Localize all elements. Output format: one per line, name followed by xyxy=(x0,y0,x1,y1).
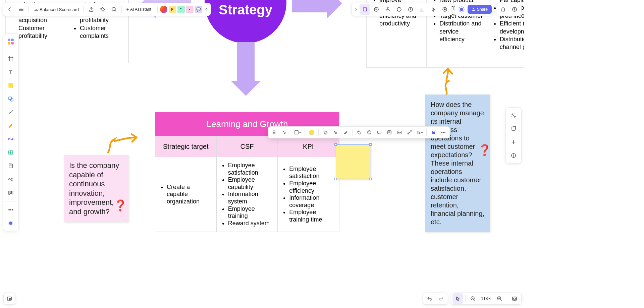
undo-button[interactable] xyxy=(424,293,435,304)
shape-tool[interactable] xyxy=(5,93,16,105)
svg-point-11 xyxy=(369,132,369,132)
lock-button[interactable] xyxy=(415,128,424,137)
svg-point-22 xyxy=(101,8,102,9)
selection-handle[interactable] xyxy=(334,178,337,180)
svg-rect-59 xyxy=(513,297,517,300)
svg-rect-45 xyxy=(9,191,10,194)
svg-point-25 xyxy=(374,7,378,11)
image-button[interactable] xyxy=(395,128,404,137)
table-tool[interactable] xyxy=(5,147,16,158)
line-tool[interactable] xyxy=(5,107,16,118)
cursor-mode-button[interactable] xyxy=(452,293,463,304)
selection-handle[interactable] xyxy=(369,143,372,146)
svg-point-16 xyxy=(408,133,409,134)
menu-button[interactable] xyxy=(16,4,26,15)
svg-point-39 xyxy=(10,99,13,101)
attention-button[interactable] xyxy=(439,4,450,15)
voting-button[interactable] xyxy=(417,4,427,15)
file-title[interactable]: ☁Balanced Scorecard xyxy=(31,4,82,15)
fill-color-button[interactable] xyxy=(307,128,316,137)
avatar[interactable] xyxy=(177,6,185,13)
document-tool[interactable] xyxy=(5,160,16,172)
pink-sticky-note[interactable]: Is the company capable of continuous inn… xyxy=(64,155,128,222)
help-button[interactable] xyxy=(509,4,520,15)
connection-tool[interactable] xyxy=(5,133,16,145)
connector-button[interactable] xyxy=(405,128,414,137)
comment-button[interactable] xyxy=(375,128,384,137)
emoji-button[interactable] xyxy=(365,128,374,137)
export-button[interactable] xyxy=(86,4,97,15)
list-item: Distribution and service efficiency xyxy=(439,20,483,43)
mission-circle[interactable]: Mission Strategy xyxy=(205,0,286,43)
app-button[interactable] xyxy=(5,218,16,229)
pen-tool[interactable] xyxy=(5,120,16,131)
tag-icon-button[interactable] xyxy=(97,4,108,15)
zoom-level[interactable]: 118% xyxy=(479,296,493,301)
question-mark-icon: ❓ xyxy=(478,143,491,157)
search-button[interactable] xyxy=(109,4,119,15)
history-button[interactable] xyxy=(405,4,416,15)
list-item: Employee capability xyxy=(228,176,274,191)
more-tools-button[interactable] xyxy=(5,204,16,215)
info-button[interactable] xyxy=(508,150,519,161)
mindmap-tool[interactable] xyxy=(5,174,16,185)
col-header: Strategic target xyxy=(155,136,217,157)
link-button[interactable] xyxy=(331,128,340,137)
svg-rect-8 xyxy=(325,132,327,134)
arrow-right-shape[interactable] xyxy=(292,0,329,12)
expand-tools-button[interactable] xyxy=(353,4,359,15)
curly-arrow-right[interactable] xyxy=(436,67,463,101)
drag-handle-icon[interactable] xyxy=(269,128,279,137)
task-button[interactable] xyxy=(385,128,394,137)
col-header: KPI xyxy=(278,136,339,157)
ai-context-button[interactable] xyxy=(429,128,438,137)
more-button[interactable] xyxy=(439,128,448,137)
ai-assistant-button[interactable]: ✦AI Assistant xyxy=(124,4,155,15)
selection-handle[interactable] xyxy=(334,143,337,146)
focus-button[interactable] xyxy=(394,4,405,15)
redo-button[interactable] xyxy=(436,293,446,304)
frame-tool[interactable] xyxy=(5,53,16,64)
layers-button[interactable] xyxy=(508,123,519,134)
collapse-avatars-button[interactable] xyxy=(203,4,209,15)
list-item: Distributio channel p xyxy=(500,36,524,51)
arrow-down-shape[interactable] xyxy=(237,42,255,82)
avatar[interactable] xyxy=(160,6,167,13)
fit-view-button[interactable] xyxy=(509,293,520,304)
tag-button[interactable] xyxy=(355,128,364,137)
avatar[interactable]: P xyxy=(169,6,176,13)
sticky-tool-button[interactable] xyxy=(360,4,370,15)
add-button[interactable] xyxy=(508,136,519,148)
curly-arrow-left[interactable] xyxy=(105,131,145,158)
selection-handle[interactable] xyxy=(369,178,372,180)
text-tool[interactable] xyxy=(5,66,16,78)
sticky-note-tool[interactable] xyxy=(5,80,16,91)
highlighter-button[interactable] xyxy=(341,128,350,137)
back-button[interactable] xyxy=(4,4,15,15)
yellow-sticky-note-selected[interactable] xyxy=(336,144,370,179)
svg-point-12 xyxy=(370,132,370,132)
share-button[interactable]: Share xyxy=(468,5,492,14)
list-item: Customer complaints xyxy=(80,24,125,40)
note-shape-button[interactable] xyxy=(293,128,303,137)
list-item: Create a capable organization xyxy=(167,184,212,205)
avatar[interactable]: ▪ xyxy=(186,6,194,13)
timer-button[interactable] xyxy=(382,4,393,15)
avatar[interactable]: 💬 xyxy=(195,6,202,13)
kanban-tool[interactable] xyxy=(5,187,16,198)
minimap-toggle-button[interactable] xyxy=(3,293,15,305)
copy-button[interactable] xyxy=(321,128,330,137)
svg-point-10 xyxy=(368,131,371,134)
svg-rect-42 xyxy=(9,151,13,154)
pointer-tool-button[interactable] xyxy=(428,4,439,15)
blue-sticky-note[interactable]: How does the company manage its internal… xyxy=(425,95,490,232)
zoom-out-button[interactable] xyxy=(468,293,478,304)
play-button[interactable] xyxy=(371,4,382,15)
switch-shape-button[interactable] xyxy=(279,128,289,137)
zoom-in-button[interactable] xyxy=(494,293,505,304)
templates-button[interactable] xyxy=(5,36,16,47)
top-toolbar: ☁Balanced Scorecard ✦AI Assistant P ▪ 💬 xyxy=(3,3,211,16)
notifications-button[interactable] xyxy=(498,4,508,15)
magic-button[interactable] xyxy=(508,110,519,121)
boardmix-logo-button[interactable] xyxy=(456,4,467,15)
